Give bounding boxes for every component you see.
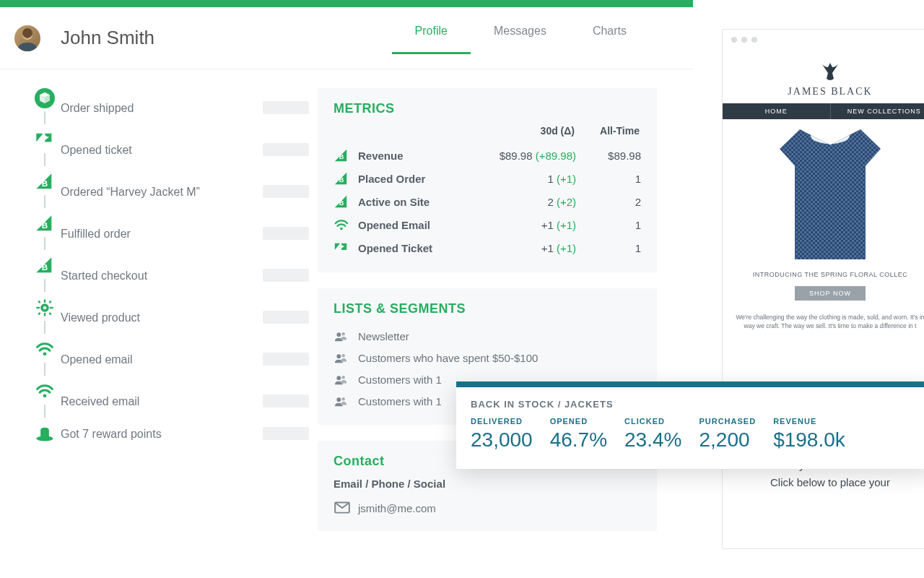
campaign-stat: PURCHASED2,200 [699, 417, 756, 452]
timeline-label: Received email [61, 394, 263, 408]
bigcommerce-icon [35, 214, 55, 234]
campaign-title: BACK IN STOCK / JACKETS [456, 387, 924, 417]
timeline-item[interactable]: Viewed product [29, 298, 318, 337]
campaign-stat: DELIVERED23,000 [471, 417, 533, 452]
campaign-stats-card: BACK IN STOCK / JACKETS DELIVERED23,000O… [456, 381, 924, 469]
metric-alltime: 1 [576, 173, 641, 185]
timeline-label: Viewed product [61, 310, 263, 324]
list-item-label: Customers with 1 [358, 395, 442, 407]
metric-name: Opened Ticket [358, 242, 482, 254]
stag-logo-icon [723, 57, 924, 85]
campaign-stat-value: $198.0k [773, 428, 845, 452]
metric-30d: 2 (+2) [482, 196, 576, 208]
metric-name: Active on Site [358, 196, 482, 208]
timeline-timestamp-placeholder [263, 427, 309, 440]
product-image [723, 119, 924, 265]
email-body-copy: We're challenging the way the clothing i… [723, 314, 924, 331]
campaign-stat-value: 2,200 [699, 428, 756, 452]
metric-30d: +1 (+1) [482, 242, 576, 254]
campaign-stat-label: DELIVERED [471, 417, 533, 426]
campaign-stat-label: REVENUE [773, 417, 845, 426]
list-item-label: Newsletter [358, 330, 409, 342]
metrics-col-30d: 30d (Δ) [481, 125, 575, 137]
metrics-panel: METRICS 30d (Δ) All-Time Revenue$89.98 (… [318, 88, 657, 272]
users-icon [334, 329, 351, 342]
metric-30d: 1 (+1) [482, 173, 576, 185]
timeline-label: Opened ticket [61, 142, 263, 157]
metric-name: Revenue [358, 150, 482, 162]
campaign-stat-label: PURCHASED [699, 417, 756, 426]
timeline-timestamp-placeholder [263, 227, 309, 240]
email-nav-home[interactable]: HOME [723, 103, 831, 119]
timeline-item[interactable]: Order shipped [29, 88, 318, 127]
gear-icon [35, 298, 55, 318]
metric-alltime: 1 [576, 242, 641, 254]
users-icon [334, 373, 351, 386]
metric-name: Placed Order [358, 173, 482, 185]
timeline-label: Opened email [61, 352, 263, 366]
campaign-stat-value: 46.7% [550, 428, 607, 452]
timeline-timestamp-placeholder [263, 311, 309, 324]
metric-alltime: 2 [576, 196, 641, 208]
top-accent-bar [0, 0, 693, 7]
metric-30d: $89.98 (+89.98) [482, 150, 576, 162]
wifi-icon [334, 217, 351, 232]
zendesk-icon [35, 130, 55, 150]
timeline-item[interactable]: Received email [29, 381, 318, 420]
metric-row: Opened Email+1 (+1)1 [334, 213, 641, 236]
tab-profile[interactable]: Profile [392, 25, 471, 54]
timeline-label: Started checkout [61, 268, 263, 282]
email-nav-new[interactable]: NEW COLLECTIONS [831, 103, 925, 119]
metric-30d: +1 (+1) [482, 219, 576, 231]
page-header: John Smith Profile Messages Charts [0, 7, 693, 69]
timeline-label: Got 7 reward points [61, 426, 263, 441]
metrics-col-alltime: All-Time [575, 125, 640, 137]
list-item[interactable]: Customers who have spent $50-$100 [334, 347, 641, 368]
metric-alltime: 1 [576, 219, 641, 231]
campaign-stat: OPENED46.7% [550, 417, 607, 452]
metric-row: Placed Order1 (+1)1 [334, 167, 641, 190]
metrics-heading: METRICS [334, 101, 641, 116]
list-item-label: Customers with 1 [358, 374, 442, 386]
bigcommerce-icon [35, 172, 55, 192]
browser-window-controls [723, 30, 924, 50]
campaign-stat: REVENUE$198.0k [773, 417, 845, 452]
zendesk-icon [334, 241, 351, 255]
timeline-item[interactable]: Started checkout [29, 256, 318, 295]
tabs: Profile Messages Charts [392, 22, 650, 54]
list-item[interactable]: Newsletter [334, 325, 641, 347]
contact-email[interactable]: jsmith@me.com [358, 502, 436, 514]
metric-name: Opened Email [358, 219, 482, 231]
timeline-item[interactable]: Ordered “Harvey Jacket M” [29, 172, 318, 211]
metric-row: Opened Ticket+1 (+1)1 [334, 236, 641, 259]
metric-row: Revenue$89.98 (+89.98)$89.98 [334, 144, 641, 167]
timeline-item[interactable]: Got 7 reward points [29, 423, 318, 444]
tab-messages[interactable]: Messages [471, 25, 570, 54]
metric-row: Active on Site2 (+2)2 [334, 190, 641, 213]
tab-charts[interactable]: Charts [570, 25, 650, 54]
bigcommerce-icon [334, 194, 351, 209]
email-navbar: HOME NEW COLLECTIONS [723, 103, 924, 119]
timeline-timestamp-placeholder [263, 185, 309, 198]
user-name: John Smith [61, 27, 154, 49]
bigcommerce-icon [334, 148, 351, 163]
shop-now-button[interactable]: SHOP NOW [795, 286, 866, 301]
hat-icon [35, 423, 55, 444]
timeline-timestamp-placeholder [263, 394, 309, 407]
campaign-stat-label: CLICKED [624, 417, 681, 426]
avatar[interactable] [14, 25, 40, 51]
email-preview-browser: JAMES BLACK HOME NEW COLLECTIONS INTRODU… [722, 29, 924, 549]
timeline-item[interactable]: Opened email [29, 340, 318, 379]
timeline-label: Order shipped [61, 100, 263, 115]
bigcommerce-icon [334, 171, 351, 186]
timeline-item[interactable]: Fulfilled order [29, 214, 318, 253]
timeline-item[interactable]: Opened ticket [29, 130, 318, 169]
timeline-timestamp-placeholder [263, 269, 309, 282]
metric-alltime: $89.98 [576, 150, 641, 162]
timeline-label: Ordered “Harvey Jacket M” [61, 184, 263, 199]
wifi-icon [35, 340, 55, 360]
users-icon [334, 351, 351, 364]
email-strapline: INTRODUCING THE SPRING FLORAL COLLEC [730, 271, 924, 278]
timeline-label: Fulfilled order [61, 226, 263, 241]
wifi-icon [35, 381, 55, 402]
